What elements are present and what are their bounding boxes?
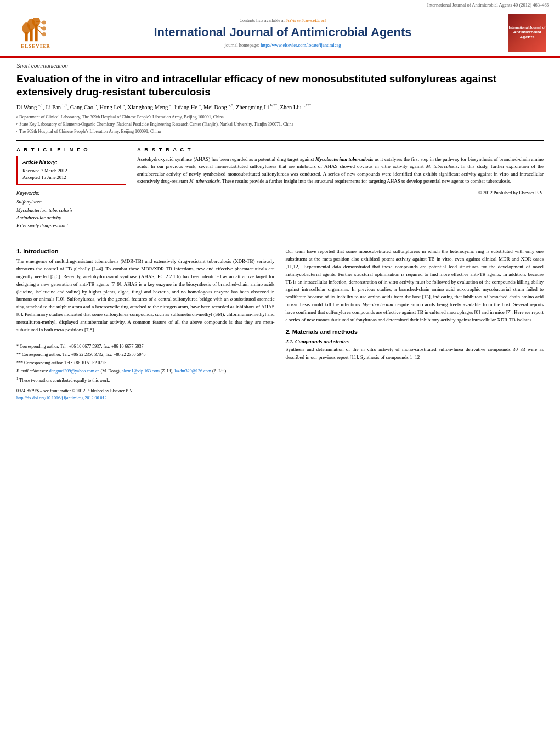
journal-center: Contents lists available at SciVerse Sci…: [60, 18, 505, 47]
intro-section-title: 1. Introduction: [16, 248, 275, 254]
journal-homepage: journal homepage: http://www.elsevier.co…: [66, 42, 500, 48]
article-info-label: A R T I C L E I N F O: [16, 146, 126, 152]
footnote-2: ** Corresponding author. Tel.: +86 22 23…: [16, 352, 275, 359]
received-date: Received 7 March 2012: [22, 167, 121, 174]
abstract-col: A B S T R A C T Acetohydroxyacid synthas…: [137, 146, 544, 235]
sciverse-link[interactable]: SciVerse ScienceDirect: [286, 18, 326, 23]
abstract-text: Acetohydroxyacid synthase (AHAS) has bee…: [137, 156, 544, 185]
copyright-line: © 2012 Published by Elsevier B.V.: [137, 190, 544, 195]
issn-line: 0924-8579/$ – see front matter © 2012 Pu…: [16, 388, 275, 395]
affil-a: Department of Clinical Laboratory, The 3…: [19, 114, 224, 121]
journal-logo-right: International Journal of AntimicrobialAg…: [505, 14, 549, 52]
intro-paragraph-1: The emergence of multidrug-resistant tub…: [16, 258, 275, 334]
authors-line: Di Wang a,1, Li Pan b,1, Gang Cao b, Hon…: [16, 103, 544, 111]
svg-point-7: [42, 26, 46, 30]
journal-title-header: International Journal of Antimicrobial A…: [66, 25, 500, 39]
doi-link[interactable]: http://dx.doi.org/10.1016/j.ijantimicag.…: [16, 395, 107, 400]
article-history-box: Article history: Received 7 March 2012 A…: [16, 156, 126, 185]
keywords-title: Keywords:: [16, 190, 126, 196]
keyword-2: Mycobacterium tuberculosis: [16, 206, 126, 214]
top-bar: International Journal of Antimicrobial A…: [0, 0, 560, 9]
footnote-email: E-mail addresses: dangmei309@yahoo.com.c…: [16, 368, 275, 375]
footnote-3: *** Corresponding author. Tel.: +86 10 5…: [16, 360, 275, 367]
affil-b: State Key Laboratory of Elemento-Organic…: [19, 121, 293, 128]
journal-logo-box: International Journal of AntimicrobialAg…: [508, 14, 546, 52]
svg-point-6: [42, 20, 46, 24]
elsevier-brand: ELSEVIER: [21, 43, 50, 49]
svg-point-8: [42, 32, 46, 36]
journal-header: ELSEVIER Contents lists available at Sci…: [0, 9, 560, 58]
content: Short communication Evaluation of the in…: [0, 58, 560, 410]
elsevier-logo: ELSEVIER: [11, 18, 60, 49]
keyword-1: Sulfonylurea: [16, 198, 126, 206]
article-main-title: Evaluation of the in vitro and intracell…: [16, 72, 544, 99]
body-left: 1. Introduction The emergence of multidr…: [16, 248, 275, 402]
footnote-1: * Corresponding author. Tel.: +86 10 667…: [16, 343, 275, 350]
elsevier-tree-icon: [21, 18, 51, 42]
keyword-3: Antitubercular activity: [16, 214, 126, 222]
article-info-col: A R T I C L E I N F O Article history: R…: [16, 146, 126, 235]
affil-c: The 309th Hospital of Chinese People's L…: [19, 128, 161, 135]
keywords-section: Keywords: Sulfonylurea Mycobacterium tub…: [16, 190, 126, 230]
footer-bar: 0924-8579/$ – see front matter © 2012 Pu…: [16, 388, 275, 402]
methods-section-title: 2. Materials and methods: [286, 329, 544, 335]
methods-paragraph-1: Synthesis and determination of the in vi…: [286, 346, 544, 361]
abstract-label: A B S T R A C T: [137, 146, 544, 152]
logo-main: AntimicrobialAgents: [513, 30, 541, 40]
homepage-url[interactable]: http://www.elsevier.com/locate/ijantimic…: [261, 42, 341, 48]
svg-rect-2: [35, 24, 37, 41]
footnote-equal: 1 These two authors contributed equally …: [16, 376, 275, 384]
accepted-date: Accepted 15 June 2012: [22, 174, 121, 181]
main-body: 1. Introduction The emergence of multidr…: [16, 242, 544, 402]
sciverse-line: Contents lists available at SciVerse Sci…: [66, 18, 500, 23]
affiliations: aDepartment of Clinical Laboratory, The …: [16, 114, 544, 135]
intro-paragraph-2: Our team have reported that some monosub…: [286, 248, 544, 324]
body-right: Our team have reported that some monosub…: [286, 248, 544, 402]
journal-ref: International Journal of Antimicrobial A…: [427, 2, 549, 8]
footnotes: * Corresponding author. Tel.: +86 10 667…: [16, 340, 275, 384]
doi-line: http://dx.doi.org/10.1016/j.ijantimicag.…: [16, 395, 275, 402]
page: International Journal of Antimicrobial A…: [0, 0, 560, 741]
methods-subsection-title: 2.1. Compounds and strains: [286, 338, 544, 344]
article-type-label: Short communication: [16, 63, 544, 69]
history-title: Article history:: [22, 160, 121, 165]
keyword-4: Extensively drug-resistant: [16, 222, 126, 229]
two-col-section: A R T I C L E I N F O Article history: R…: [16, 140, 544, 235]
